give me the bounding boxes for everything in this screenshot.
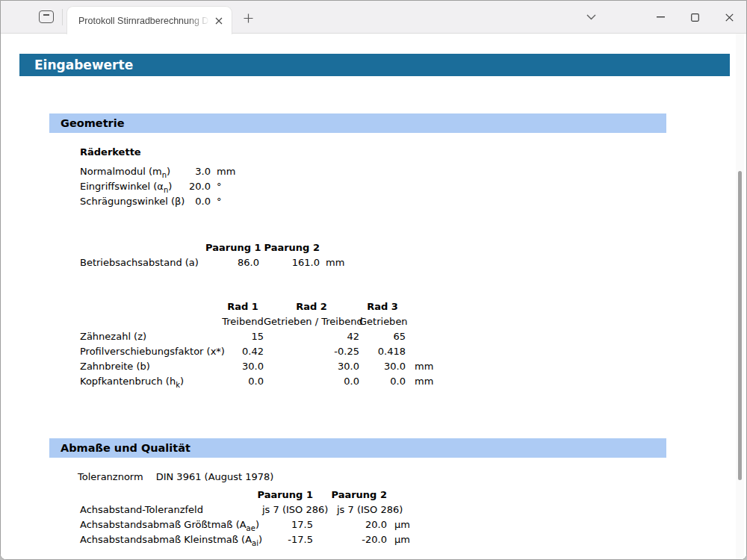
column-header: Paarung 1: [205, 240, 259, 255]
row-value: 42: [264, 329, 359, 344]
page-title: Eingabewerte: [19, 54, 730, 76]
row-value: 0.418: [359, 344, 406, 359]
row-value: js 7 (ISO 286): [255, 503, 313, 517]
row-value: 20.0: [185, 179, 211, 194]
tab-overview-dash: [43, 14, 49, 16]
row-label: Zähnezahl (z): [80, 329, 222, 344]
row-value: 20.0: [313, 517, 387, 532]
table-header-row: Rad 1 Rad 2 Rad 3: [80, 299, 433, 314]
table-row: Achsabstandsabmaß Größtmaß (Aae) 17.5 20…: [80, 517, 410, 532]
row-label: Achsabstandsabmaß Kleinstmaß (Aai): [80, 532, 255, 547]
minimize-button[interactable]: [643, 1, 678, 34]
table-header-row: Paarung 1 Paarung 2: [80, 488, 410, 503]
table-header-row: Paarung 1 Paarung 2: [80, 240, 344, 255]
column-subheader: Getrieben / Treibend: [264, 314, 359, 329]
titlebar-separator: [62, 9, 63, 25]
row-value: 86.0: [205, 255, 259, 270]
tab-overview-box: [39, 10, 54, 23]
column-subheader: Treibend: [222, 314, 264, 329]
row-value: 15: [222, 329, 264, 344]
row-label: Eingriffswinkel (αn): [80, 179, 185, 194]
abmasse-table: Paarung 1 Paarung 2 Achsabstand-Toleranz…: [80, 488, 410, 547]
row-unit: °: [217, 194, 235, 209]
row-unit: µm: [394, 517, 410, 532]
row-label: Schrägungswinkel (β): [80, 194, 185, 209]
table-row: Normalmodul (mn) 3.0 mm: [80, 164, 235, 179]
row-value: 161.0: [259, 255, 320, 270]
row-value: -20.0: [313, 532, 387, 547]
scrollbar[interactable]: [736, 34, 744, 559]
row-unit: mm: [415, 359, 433, 374]
table-row: Zahnbreite (b) 30.0 30.0 30.0 mm: [80, 359, 433, 374]
table-row: Eingriffswinkel (αn) 20.0 °: [80, 179, 235, 194]
table-row: Zähnezahl (z) 15 42 65: [80, 329, 433, 344]
column-header: Paarung 2: [259, 240, 320, 255]
toleranznorm-row: Toleranznorm DIN 3961 (August 1978): [78, 470, 273, 485]
column-header: Rad 1: [222, 299, 264, 314]
row-value: -17.5: [255, 532, 313, 547]
row-label: Zahnbreite (b): [80, 359, 222, 374]
app-window: Protokoll Stirnradberechnung DIN 39: [0, 0, 747, 560]
row-value: 30.0: [359, 359, 406, 374]
toleranznorm-label: Toleranznorm: [78, 470, 143, 485]
row-value: 65: [359, 329, 406, 344]
close-button[interactable]: [712, 1, 746, 34]
row-unit: mm: [217, 164, 235, 179]
row-value: 0.0: [222, 374, 264, 389]
row-value: 0.42: [222, 344, 264, 359]
scrollbar-thumb[interactable]: [738, 171, 742, 480]
section-header-abmasse: Abmaße und Qualität: [49, 438, 666, 458]
row-value: 17.5: [255, 517, 313, 532]
row-unit: mm: [326, 255, 344, 270]
table-row: Betriebsachsabstand (a) 86.0 161.0 mm: [80, 255, 344, 270]
table-subheader-row: Treibend Getrieben / Treibend Getrieben: [80, 314, 433, 329]
row-label: Achsabstandsabmaß Größtmaß (Aae): [80, 517, 255, 532]
section-header-geometrie: Geometrie: [49, 113, 666, 133]
row-value: 30.0: [264, 359, 359, 374]
row-unit: °: [217, 179, 235, 194]
column-header: Rad 2: [264, 299, 359, 314]
table-row: Achsabstand-Toleranzfeld js 7 (ISO 286) …: [80, 503, 410, 517]
column-header: Rad 3: [359, 299, 406, 314]
row-value: -0.25: [264, 344, 359, 359]
titlebar: Protokoll Stirnradberechnung DIN 39: [1, 1, 746, 34]
row-unit: µm: [394, 532, 410, 547]
table-row: Kopfkantenbruch (hk) 0.0 0.0 0.0 mm: [80, 374, 433, 389]
row-value: 0.0: [264, 374, 359, 389]
row-value: 0.0: [185, 194, 211, 209]
row-value: js 7 (ISO 286): [313, 503, 387, 517]
toleranznorm-value: DIN 3961 (August 1978): [156, 470, 274, 485]
row-unit: [415, 329, 433, 344]
row-label: Normalmodul (mn): [80, 164, 185, 179]
chevron-down-icon[interactable]: [574, 1, 607, 34]
column-header: Paarung 1: [255, 488, 313, 503]
row-label: Profilverschiebungsfaktor (x*): [80, 344, 222, 359]
row-value: 30.0: [222, 359, 264, 374]
paarung-table: Paarung 1 Paarung 2 Betriebsachsabstand …: [80, 240, 344, 270]
table-row: Schrägungswinkel (β) 0.0 °: [80, 194, 235, 209]
row-value: 3.0: [185, 164, 211, 179]
browser-tab[interactable]: Protokoll Stirnradberechnung DIN 39: [66, 6, 232, 34]
row-unit: mm: [415, 374, 433, 389]
row-label: Achsabstand-Toleranzfeld: [80, 503, 255, 517]
geometry-basic-table: Normalmodul (mn) 3.0 mm Eingriffswinkel …: [80, 164, 235, 209]
raederkette-subheading: Räderkette: [80, 146, 141, 158]
column-subheader: Getrieben: [359, 314, 406, 329]
row-label: Betriebsachsabstand (a): [80, 255, 205, 270]
report-page: Eingabewerte Geometrie Räderkette Normal…: [1, 34, 746, 559]
table-row: Profilverschiebungsfaktor (x*) 0.42 -0.2…: [80, 344, 433, 359]
column-header: Paarung 2: [313, 488, 387, 503]
table-row: Achsabstandsabmaß Kleinstmaß (Aai) -17.5…: [80, 532, 410, 547]
rad-table: Rad 1 Rad 2 Rad 3 Treibend Getrieben / T…: [80, 299, 433, 389]
tab-overview-icon[interactable]: [38, 10, 55, 24]
new-tab-button[interactable]: [240, 10, 256, 25]
tab-title: Protokoll Stirnradberechnung DIN 39: [78, 16, 212, 26]
row-unit: [415, 344, 433, 359]
tab-close-icon[interactable]: [212, 14, 226, 28]
maximize-button[interactable]: [678, 1, 712, 34]
row-label: Kopfkantenbruch (hk): [80, 374, 222, 389]
row-value: 0.0: [359, 374, 406, 389]
